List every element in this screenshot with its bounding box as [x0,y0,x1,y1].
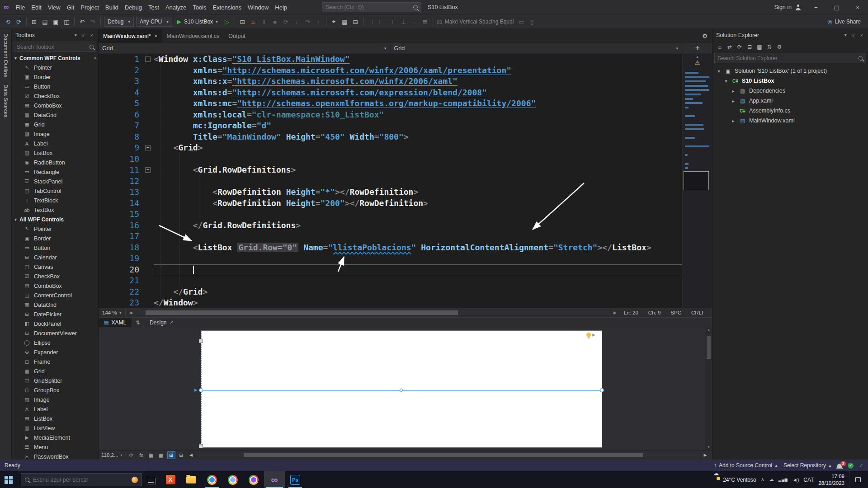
code-line-20[interactable]: 20 [99,264,682,276]
toolbox-item-tabcontrol[interactable]: ◫TabControl [12,186,98,196]
menu-extensions[interactable]: Extensions [210,0,245,14]
tree-item-solution-s10-listbox-1-of-1-project[interactable]: ▾▣Solution 'S10 ListBox' (1 of 1 project… [712,66,868,76]
close-icon[interactable]: × [155,33,158,39]
action-center-button[interactable] [849,471,866,488]
code-line-10[interactable]: 10 [99,154,682,165]
code-line-9[interactable]: 9− <Grid> [99,142,682,154]
code-line-18[interactable]: 18 <ListBox Grid.Row="0" Name="llistaPob… [99,242,682,253]
quick-search-input[interactable] [326,4,410,10]
minimap-scrollbar[interactable]: ✚ ▲ ⚠ [682,43,712,308]
navigate-forward-icon[interactable]: ⟳ [14,16,24,27]
quick-search-box[interactable] [322,2,421,12]
toolbox-item-radiobutton[interactable]: ◉RadioButton [12,158,98,167]
menu-edit[interactable]: Edit [28,0,44,14]
toolbox-item-checkbox[interactable]: ☑CheckBox [12,272,98,281]
toolbox-item-datepicker[interactable]: ⊟DatePicker [12,310,98,319]
network-icon[interactable]: ▂▄▆ [778,478,788,482]
menu-git[interactable]: Git [64,0,78,14]
resize-handle-center[interactable] [400,389,403,392]
editor-zoom-dropdown[interactable]: 144 % ▾ [99,308,126,317]
code-line-11[interactable]: 11− <Grid.RowDefinitions> [99,164,682,176]
taskbar-app-chrome2[interactable] [222,471,243,488]
pin-icon[interactable]: ⊥ [79,30,88,39]
refresh-icon[interactable]: ⟳ [735,42,744,52]
taskbar-app-x[interactable]: X [160,471,181,488]
menu-view[interactable]: View [45,0,64,14]
xaml-target-icon[interactable]: ⌖ [329,16,339,27]
misc-designer-icon[interactable]: ▭ [516,16,526,27]
collapse-region-icon[interactable]: − [145,167,151,173]
misc-designer-icon-2[interactable]: ▯ [527,16,537,27]
toolbox-search-input[interactable] [17,44,87,50]
scroll-down-icon[interactable]: ▼ [707,445,711,449]
editor-tab-mainwindow-xaml-cs[interactable]: MainWindow.xaml.cs [162,29,224,43]
designer-zoom-dropdown[interactable]: 110,2... ▾ [101,452,126,458]
design-artboard[interactable]: ▶ ▶ [201,331,602,447]
redo-icon[interactable]: ↷ [88,16,98,27]
code-line-23[interactable]: 23</Window> [99,297,682,308]
toolbox-item-label[interactable]: ALabel [12,404,98,414]
align-middles-icon[interactable]: ≣ [420,16,430,27]
stop-icon[interactable]: ■ [270,16,280,27]
scroll-up-icon[interactable]: ▲ [93,55,97,60]
scroll-up-icon[interactable]: ▲ [683,54,712,59]
start-debugging-button[interactable]: ▶ S10 ListBox ▾ [174,17,222,27]
taskbar-search-input[interactable] [33,477,128,483]
taskbar-app-chrome3[interactable] [243,471,264,488]
user-avatar-icon[interactable] [795,5,801,10]
switch-views-icon[interactable]: ⇄ [725,42,734,52]
toolbox-item-label[interactable]: ALabel [12,139,98,148]
code-line-22[interactable]: 22 </Grid> [99,286,682,298]
toolbox-item-pointer[interactable]: ↖Pointer [12,224,98,234]
tree-item-s10-listbox[interactable]: ▾C#S10 ListBox [712,76,868,86]
maximize-button[interactable]: ▢ [826,0,847,14]
toolbox-item-groupbox[interactable]: ⊓GroupBox [12,385,98,395]
solution-explorer-search-input[interactable] [717,55,856,61]
align-tops-icon[interactable]: ⊤ [387,16,398,27]
toolbox-item-documentviewer[interactable]: ⊡DocumentViewer [12,328,98,338]
code-line-12[interactable]: 12 [99,176,682,187]
open-file-icon[interactable]: ▤ [40,16,50,27]
swap-panes-icon[interactable]: ⇅ [132,318,144,327]
properties-icon[interactable]: ⚙ [775,42,784,52]
toolbox-item-grid[interactable]: ▦Grid [12,120,98,129]
toolbox-item-listview[interactable]: ▥ListView [12,423,98,433]
code-line-21[interactable]: 21 [99,275,682,286]
taskbar-search-box[interactable] [21,473,142,486]
toolbox-item-dockpanel[interactable]: ◧DockPanel [12,319,98,328]
volume-icon[interactable]: ◄) [793,477,799,483]
code-line-13[interactable]: 13 <RowDefinition Height="*"></RowDefini… [99,187,682,198]
code-line-15[interactable]: 15 [99,209,682,220]
navigate-back-icon[interactable]: ⟲ [3,16,13,27]
close-icon[interactable]: × [859,33,864,38]
snap-to-grid-icon[interactable]: ▦ [157,451,165,459]
xaml-view-tab[interactable]: ▤ XAML [99,318,132,327]
sign-in-link[interactable]: Sign in [774,4,792,10]
pause-icon[interactable]: ‖ [259,16,269,27]
tray-overflow-icon[interactable]: ∧ [761,477,764,483]
restart-icon[interactable]: ⟳ [281,16,291,27]
toolbox-item-menu[interactable]: ☰Menu [12,442,98,452]
scroll-right-icon[interactable]: ▶ [701,451,709,459]
toolbox-item-grid[interactable]: ▦Grid [12,366,98,376]
show-all-files-icon[interactable]: ▤ [755,42,764,52]
save-icon[interactable]: ▣ [51,16,61,27]
select-repository-button[interactable]: Select Repository ▲ [783,462,832,469]
menu-project[interactable]: Project [77,0,102,14]
solution-platform-dropdown[interactable]: Any CPU ▾ [136,17,172,27]
menu-help[interactable]: Help [272,0,290,14]
toolbox-item-datagrid[interactable]: ▦DataGrid [12,110,98,120]
toolbox-item-border[interactable]: ▣Border [12,234,98,243]
taskbar-clock[interactable]: 17:09 28/10/2023 [818,473,844,487]
live-share-button[interactable]: ◎ Live Share [827,19,865,25]
toolbox-item-rectangle[interactable]: ▭Rectangle [12,167,98,177]
step-out-icon[interactable]: ↑ [313,16,324,27]
editor-options-gear-icon[interactable]: ⚙ [698,29,712,43]
toolbox-item-pointer[interactable]: ↖Pointer [12,63,98,72]
toolbox-group-all-wpf-controls[interactable]: ▾All WPF Controls [12,215,98,224]
code-line-7[interactable]: 7 mc:Ignorable="d" [99,120,682,131]
toolbox-item-button[interactable]: ▭Button [12,243,98,253]
code-line-8[interactable]: 8 Title="MainWindow" Height="450" Width=… [99,131,682,143]
scrollbar-thumb[interactable] [146,310,458,315]
toolbox-item-ellipse[interactable]: ◯Ellipse [12,338,98,347]
